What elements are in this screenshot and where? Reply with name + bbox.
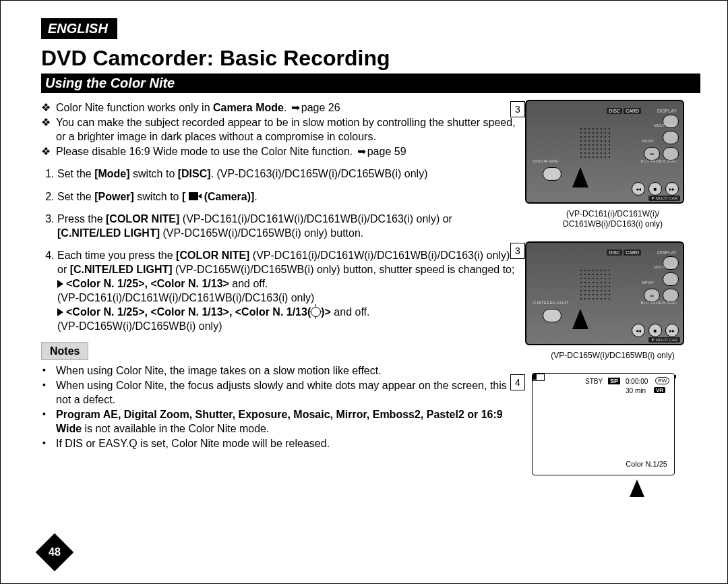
battery-icon — [533, 374, 545, 381]
intro-bullet: Please disable 16:9 Wide mode to use the… — [56, 144, 518, 158]
figures-column: 3 DISC CARD DISPLAY MULTI DISP. MF/AF ∞ … — [525, 100, 700, 488]
multidisp-label: MULTI DISP. — [652, 264, 679, 270]
speaker-grille — [579, 127, 613, 160]
disc-label: DISC — [607, 108, 622, 114]
section-title: Using the Color Nite — [41, 74, 700, 93]
osd-screen: STBY SP 0:00:00 RW 30 min VR Color N.1/2… — [532, 373, 675, 475]
page-ref-icon — [356, 146, 367, 157]
osd-vr: VR — [654, 387, 665, 393]
page-ref-icon — [290, 102, 301, 113]
device-illustration: DISC CARD DISPLAY MULTI DISP. MF/AF ∞ BL… — [525, 241, 684, 345]
mfaf-label: MF/AF — [640, 138, 656, 144]
figure-device-cnite-led: 3 DISC CARD DISPLAY MULTI DISP. MF/AF ∞ … — [525, 241, 700, 361]
disc-label: DISC — [607, 250, 622, 256]
page-number: 48 — [41, 539, 68, 566]
osd-status: STBY — [585, 378, 603, 385]
step: Each time you press the [COLOR NITE] (VP… — [57, 248, 518, 334]
device-button — [663, 272, 679, 286]
figure-caption: (VP-DC161(i)/DC161W(i)/ DC161WB(i)/DC163… — [525, 209, 700, 229]
blc-label: BLC FADE/S.SHO — [638, 300, 679, 305]
pointer-arrow-icon — [572, 309, 588, 329]
step-badge: 3 — [510, 101, 525, 117]
step: Set the [Power] switch to [ (Camera)]. — [57, 189, 518, 204]
note-item: If DIS or EASY.Q is set, Color Nite mode… — [56, 436, 518, 450]
triangle-bullet-icon — [57, 308, 63, 316]
multicard-label: ▼ MULTI CAR — [648, 196, 681, 201]
osd-color-nite-value: Color N.1/25 — [626, 460, 667, 468]
intro-bullet: Color Nite function works only in Camera… — [56, 100, 518, 115]
figure-caption: (VP-DC165W(i)/DC165WB(i) only) — [525, 351, 700, 361]
device-button — [663, 131, 679, 144]
figure-osd-screen: 4 STBY SP 0:00:00 RW 30 min VR Color N.1… — [525, 373, 700, 475]
blc-label: BLC FADE/S.SHO — [638, 158, 679, 164]
osd-quality: SP — [608, 378, 620, 384]
notes-list: When using Color Nite, the image takes o… — [41, 363, 518, 451]
device-round-button: ◂◂ — [632, 324, 645, 337]
note-item: When using Color Nite, the focus adjusts… — [56, 378, 518, 407]
intro-bullets: Color Nite function works only in Camera… — [41, 100, 518, 158]
procedure-steps: Set the [Mode] switch to [DISC]. (VP-DC1… — [41, 167, 518, 333]
camera-icon — [189, 192, 198, 200]
card-label: CARD — [624, 250, 641, 256]
light-icon — [311, 307, 321, 317]
pointer-arrow-icon — [572, 167, 588, 187]
language-label: ENGLISH — [41, 18, 117, 39]
intro-bullet: You can make the subject recorded appear… — [56, 115, 518, 144]
device-round-button: ▸▸ — [665, 324, 679, 337]
multidisp-label: MULTI DISP. — [652, 123, 679, 128]
display-label: DISPLAY — [655, 250, 679, 256]
device-illustration: DISC CARD DISPLAY MULTI DISP. MF/AF ∞ BL… — [525, 100, 684, 204]
multicard-label: ▼ MULTI CAR — [648, 337, 681, 343]
mfaf-label: MF/AF — [640, 280, 656, 285]
cnite-led-label: C.NITE/LED LIGHT — [533, 301, 568, 305]
step: Set the [Mode] switch to [DISC]. (VP-DC1… — [57, 167, 518, 181]
device-round-button: ■ — [648, 324, 662, 337]
notes-label: Notes — [41, 342, 88, 360]
osd-disc-type: RW — [655, 377, 669, 384]
device-round-button: ■ — [648, 182, 662, 196]
color-nite-label: COLOR NITE — [533, 159, 558, 163]
color-nite-button — [543, 167, 562, 181]
step-badge: 3 — [510, 243, 525, 259]
page-title: DVD Camcorder: Basic Recording — [41, 46, 700, 71]
step-badge: 4 — [510, 374, 525, 390]
note-item: When using Color Nite, the image takes o… — [56, 363, 518, 378]
device-round-button: ▸▸ — [665, 182, 679, 196]
cnite-led-button — [543, 309, 562, 322]
card-label: CARD — [624, 108, 641, 114]
device-round-button: ◂◂ — [632, 182, 645, 196]
figure-device-color-nite: 3 DISC CARD DISPLAY MULTI DISP. MF/AF ∞ … — [525, 100, 700, 229]
pointer-arrow-icon — [630, 479, 644, 497]
triangle-bullet-icon — [57, 280, 63, 288]
note-item: Program AE, Digital Zoom, Shutter, Expos… — [56, 407, 518, 436]
step: Press the [COLOR NITE] (VP-DC161(i)/DC16… — [57, 212, 518, 240]
display-label: DISPLAY — [655, 108, 679, 114]
speaker-grille — [579, 268, 613, 302]
osd-time: 0:00:00 — [626, 378, 648, 385]
osd-remaining: 30 min — [626, 387, 646, 395]
body-text: Color Nite function works only in Camera… — [41, 100, 525, 451]
